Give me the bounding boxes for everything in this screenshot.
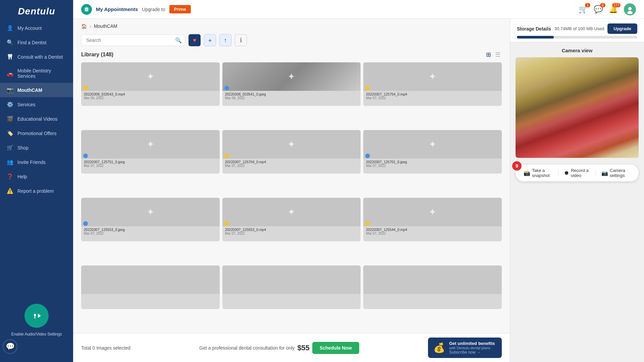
file-date: Mar 08, 2022 [225,96,358,100]
svg-point-9 [628,7,632,10]
file-type-badge [224,154,229,158]
sidebar-item-label: Mobile Dentistry Services [17,68,66,79]
camera-view-section: Camera view 9 📸 Take a snapshot ⏺ Reco [510,42,644,362]
snapshot-label: Take a snapshot [532,168,553,178]
library-grid: ✦ 20220308_033543_0.mp4 Mar 08, 2022 ✦ 2… [73,62,510,333]
media-card-4: ♡ ✦ 20220307_125751_0.jpeg Mar 07, 2022 [81,130,220,174]
sidebar-item-shop[interactable]: 🛒 Shop [0,140,73,155]
promo-price: $55 [297,344,310,352]
divider [558,170,558,176]
topbar-left: My Appointments Upgrade to Prime [81,4,191,15]
subscribe-banner[interactable]: 💰 Get unlimited benefits with Dentulu de… [428,338,502,358]
file-date: Mar 08, 2022 [84,96,217,100]
avatar[interactable] [624,3,636,15]
messages-button[interactable]: 💬 0 [594,5,603,14]
camera-notification-badge: 9 [512,161,522,171]
card-thumbnail-2: ✦ [222,62,361,91]
sidebar-item-find-dentist[interactable]: 🔍 Find a Dentist [0,35,73,50]
library-toolbar: 🔍 ♥ ＋ ↑ ℹ [73,32,510,50]
sidebar-bottom: Enable Audio/Video Settings [0,298,73,342]
info-button[interactable]: ℹ [235,34,247,46]
sidebar-item-promo[interactable]: 🏷️ Promotional Offers [0,126,73,140]
media-card-6: ♡ ✦ 20220307_125701_0.jpeg Mar 07, 2022 [363,130,502,174]
consultation-promo: Get a professional dental consultation f… [199,342,359,354]
sidebar-item-help[interactable]: ❓ Help [0,169,73,184]
list-view-button[interactable]: ☰ [494,50,502,59]
sidebar-item-services[interactable]: ⚙️ Services [0,97,73,112]
snapshot-icon: 📸 [524,170,530,176]
sidebar-item-educational[interactable]: 🎬 Educational Videos [0,112,73,126]
media-card-8: ♡ ✦ 20220307_125553_0.mp4 Mar 07, 2022 [222,198,361,241]
sidebar-item-label: Find a Dentist [17,40,46,45]
camera-feed [516,57,639,158]
right-panel: Storage Details 30.74MB of 100 MB Used U… [510,19,644,362]
subscribe-subtitle: with Dentulu dental plans [449,346,495,350]
notifications-button[interactable]: 🔔 177 [609,5,618,14]
person-icon: 👤 [7,25,13,31]
file-type-badge [83,154,88,158]
card-thumbnail-10 [81,265,220,294]
favorites-button[interactable]: ♥ [189,34,201,46]
media-card-5: ♡ ✦ 20220307_125704_0.mp4 Mar 07, 2022 [222,130,361,174]
camera-icon: 📷 [7,87,13,93]
sidebar-item-label: Services [17,102,36,107]
sidebar: Dentulu 👤 My Account 🔍 Find a Dentist 🦷 … [0,0,73,362]
prime-upgrade-button[interactable]: Prime [169,5,191,13]
card-thumbnail-4: ✦ [81,130,220,159]
av-settings-button[interactable] [24,304,49,328]
media-card-10: ♡ [81,265,220,309]
cart-button[interactable]: 🛒 1 [579,5,588,14]
sidebar-item-mobile-dentistry[interactable]: 🚗 Mobile Dentistry Services [0,64,73,83]
shop-icon: 🛒 [7,144,13,151]
car-icon: 🚗 [7,70,13,77]
file-name: 20220307_125754_0.mp4 [366,92,499,96]
promo-text: Get a professional dental consultation f… [199,345,294,351]
search-icon[interactable]: 🔍 [175,37,182,44]
card-thumbnail-12 [363,265,502,294]
sidebar-item-invite[interactable]: 👥 Invite Friends [0,155,73,169]
upgrade-storage-button[interactable]: Upgrade [607,23,637,34]
play-icon: ✦ [287,71,295,82]
file-name: 20220307_125544_0.mp4 [366,228,499,232]
appointments-label: My Appointments [96,6,138,12]
add-button[interactable]: ＋ [204,34,216,46]
play-icon: ✦ [287,139,295,150]
home-icon[interactable]: 🏠 [81,23,87,29]
tag-icon: 🏷️ [7,130,13,136]
file-name: 20220307_125553_0.mp4 [225,228,358,232]
sidebar-item-mouthcam[interactable]: 📷 MouthCAM [0,83,73,97]
card-info-2: 20220308_033541_0.jpeg Mar 08, 2022 [222,91,361,101]
storage-progress-fill [517,36,554,39]
take-snapshot-button[interactable]: 📸 Take a snapshot [521,167,555,179]
warning-icon: ⚠️ [7,188,13,194]
sidebar-nav: 👤 My Account 🔍 Find a Dentist 🦷 Consult … [0,21,73,298]
search-wrap: 🔍 [81,35,185,46]
sidebar-item-report[interactable]: ⚠️ Report a problem [0,184,73,198]
camera-title: Camera view [516,48,639,53]
chat-bubble-button[interactable]: 💬 [3,339,17,354]
card-thumbnail-7: ✦ [81,198,220,226]
card-info-8: 20220307_125553_0.mp4 Mar 07, 2022 [222,226,361,237]
record-video-button[interactable]: ⏺ Record a video [561,167,593,179]
sidebar-item-label: Educational Videos [17,116,58,122]
sidebar-item-consult[interactable]: 🦷 Consult with a Dentist [0,50,73,64]
notifications-badge: 177 [612,3,621,7]
card-info-3: 20220307_125754_0.mp4 Mar 07, 2022 [363,91,502,101]
schedule-now-button[interactable]: Schedule Now [312,342,359,354]
card-thumbnail-11 [222,265,361,294]
storage-progress-bg [517,36,637,39]
card-info-9: 20220307_125544_0.mp4 Mar 07, 2022 [363,226,502,237]
card-thumbnail-9: ✦ [363,198,502,226]
grid-view-button[interactable]: ⊞ [485,50,492,59]
card-info-5: 20220307_125704_0.mp4 Mar 07, 2022 [222,159,361,169]
library-title: Library (148) [81,52,113,58]
upload-button[interactable]: ↑ [219,34,231,46]
file-name: 20220307_125751_0.jpeg [84,160,217,164]
search-input[interactable] [81,35,185,46]
camera-settings-button[interactable]: 📷 Camera settings [599,167,633,179]
file-date: Mar 07, 2022 [225,232,358,235]
total-selected-label: Total 0 Images selected [81,345,130,351]
sidebar-item-my-account[interactable]: 👤 My Account [0,21,73,35]
view-toggle: ⊞ ☰ [485,50,502,59]
library-bottom-bar: Total 0 Images selected Get a profession… [73,333,510,362]
